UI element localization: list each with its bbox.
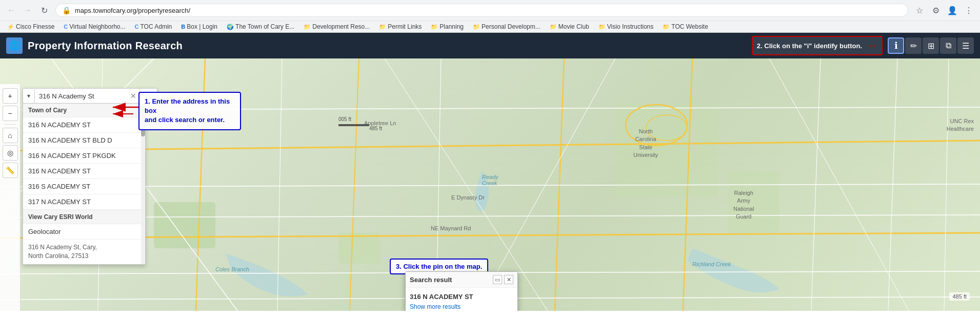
grid-button[interactable]: ⊞ xyxy=(923,37,939,54)
dropdown-section-esri-world: View Cary ESRI World xyxy=(23,210,145,224)
dropdown-item-2[interactable]: 316 N ACADEMY ST BLD D xyxy=(23,133,145,148)
popup-body: 316 N ACADEMY ST Show more results xyxy=(406,288,517,311)
svg-text:485 ft: 485 ft xyxy=(369,126,382,131)
popup-minimize-button[interactable]: ▭ xyxy=(493,275,502,284)
callout2-text: 2. Click on the "i" identify button. xyxy=(757,42,862,50)
app-header: 🌐 Property Information Research 2. Click… xyxy=(0,33,980,58)
bookmark-personal-dev[interactable]: 📁 Personal Developm... xyxy=(470,22,544,31)
annotation3-text: 3. Click the pin on the map. xyxy=(396,263,482,270)
measure-button[interactable]: 📏 xyxy=(3,163,18,178)
dropdown-item-3[interactable]: 316 N ACADEMY ST PKGDK xyxy=(23,148,145,164)
bookmark-box-login[interactable]: B Box | Login xyxy=(178,22,221,31)
bookmark-label: Virtual Neighborho... xyxy=(69,23,125,30)
edit-button[interactable]: ✏ xyxy=(905,37,922,54)
dropdown-item-6[interactable]: 317 N ACADEMY ST xyxy=(23,194,145,210)
dropdown-item-5[interactable]: 316 S ACADEMY ST xyxy=(23,179,145,194)
cisco-favicon: ⚡ xyxy=(7,24,14,30)
c-favicon: C xyxy=(64,24,68,30)
home-button[interactable]: ⌂ xyxy=(3,128,18,143)
bookmarks-bar: ⚡ Cisco Finesse C Virtual Neighborho... … xyxy=(0,21,980,32)
globe-favicon: 🌍 xyxy=(227,24,234,30)
hamburger-button[interactable]: ☰ xyxy=(957,37,974,54)
bookmark-planning[interactable]: 📁 Planning xyxy=(428,22,467,31)
menu-icon: ☰ xyxy=(962,41,969,51)
reload-button[interactable]: ↻ xyxy=(37,3,51,17)
bookmark-town-of-cary[interactable]: 🌍 The Town of Cary E... xyxy=(224,22,297,31)
popup-result-text: 316 N ACADEMY ST xyxy=(410,293,473,301)
zoom-out-button[interactable]: − xyxy=(3,106,18,121)
svg-rect-28 xyxy=(338,124,369,126)
nav-buttons: ← → ↻ xyxy=(4,3,51,17)
folder7-favicon: 📁 xyxy=(663,24,670,30)
folder6-favicon: 📁 xyxy=(598,24,606,30)
search-dropdown-toggle[interactable]: ▾ xyxy=(23,89,35,103)
search-clear-button[interactable]: ✕ xyxy=(127,89,139,103)
search-container: ▾ ✕ 🔍 Town of Cary 316 N ACADEMY ST 316 … xyxy=(23,88,157,104)
profile-button[interactable]: 👤 xyxy=(945,3,959,17)
c2-favicon: C xyxy=(135,24,139,30)
annotation1-text: 1. Enter the address in this boxand clic… xyxy=(145,97,230,124)
pencil-icon: ✏ xyxy=(910,41,917,51)
svg-rect-0 xyxy=(338,233,379,264)
menu-button[interactable]: ⋮ xyxy=(962,3,976,17)
browser-chrome: ← → ↻ 🔒 maps.townofcary.org/propertyrese… xyxy=(0,0,980,33)
box-favicon: B xyxy=(181,24,185,30)
bookmark-permit-links[interactable]: 📁 Permit Links xyxy=(376,22,425,31)
bookmark-label: TOC Admin xyxy=(140,23,172,30)
browser-toolbar: ← → ↻ 🔒 maps.townofcary.org/propertyrese… xyxy=(0,0,980,21)
bookmark-star-button[interactable]: ☆ xyxy=(912,3,927,17)
app-title: Property Information Research xyxy=(28,40,183,52)
header-icon-group: ℹ ✏ ⊞ ⧉ ☰ xyxy=(888,37,974,54)
identify-button[interactable]: ℹ xyxy=(888,37,904,54)
zoom-in-button[interactable]: + xyxy=(3,88,18,104)
address-bar[interactable]: 🔒 maps.townofcary.org/propertyresearch/ xyxy=(55,4,908,17)
bookmark-dev-reso[interactable]: 📁 Development Reso... xyxy=(301,22,373,31)
popup-controls: ▭ ✕ xyxy=(493,275,513,284)
bookmark-label: Permit Links xyxy=(388,23,422,30)
svg-line-11 xyxy=(0,184,980,187)
dropdown-arrow-icon: ▾ xyxy=(27,92,30,100)
bookmark-visio[interactable]: 📁 Visio Instructions xyxy=(595,22,657,31)
folder-favicon: 📁 xyxy=(304,24,311,30)
bookmark-toc-website[interactable]: 📁 TOC Website xyxy=(659,22,711,31)
map-area[interactable]: 005 ft 485 ft + − ⌂ ◎ 📏 ▾ ✕ xyxy=(0,58,980,311)
bookmark-label: Planning xyxy=(439,23,464,30)
forward-button[interactable]: → xyxy=(21,3,35,17)
annotation-box-1: 1. Enter the address in this boxand clic… xyxy=(138,92,241,130)
app-logo: 🌐 xyxy=(6,37,23,54)
popup-close-button[interactable]: ✕ xyxy=(504,275,513,284)
toolbar-icons: ☆ ⚙ 👤 ⋮ xyxy=(912,3,976,17)
back-button[interactable]: ← xyxy=(4,3,18,17)
search-dropdown: Town of Cary 316 N ACADEMY ST 316 N ACAD… xyxy=(23,104,146,265)
folder3-favicon: 📁 xyxy=(431,24,438,30)
bookmark-label: Personal Developm... xyxy=(482,23,541,30)
search-input[interactable] xyxy=(35,89,127,103)
dropdown-item-4[interactable]: 316 N ACADEMY ST xyxy=(23,164,145,179)
search-result-popup: Search result ▭ ✕ 316 N ACADEMY ST Show … xyxy=(405,271,518,311)
bookmark-label: Cisco Finesse xyxy=(16,23,54,30)
bookmark-virtual-neighborhood[interactable]: C Virtual Neighborho... xyxy=(61,22,128,31)
globe-icon: 🌐 xyxy=(9,40,20,51)
dropdown-item-1[interactable]: 316 N ACADEMY ST xyxy=(23,117,145,133)
bookmark-label: Development Reso... xyxy=(312,23,370,30)
bookmark-label: Movie Club xyxy=(558,23,589,30)
locate-button[interactable]: ◎ xyxy=(3,145,18,161)
svg-rect-2 xyxy=(728,171,779,233)
dropdown-geolocator[interactable]: Geolocator xyxy=(23,224,145,240)
bookmark-cisco-finesse[interactable]: ⚡ Cisco Finesse xyxy=(4,22,57,31)
layers-icon: ⧉ xyxy=(946,41,951,50)
popup-show-more-link[interactable]: Show more results xyxy=(410,303,513,310)
popup-title: Search result xyxy=(410,276,452,284)
app-container: 🌐 Property Information Research 2. Click… xyxy=(0,33,980,311)
bookmark-label: TOC Website xyxy=(671,23,708,30)
extensions-button[interactable]: ⚙ xyxy=(929,3,943,17)
bookmark-toc-admin[interactable]: C TOC Admin xyxy=(132,22,175,31)
layers-button[interactable]: ⧉ xyxy=(940,37,956,54)
svg-rect-1 xyxy=(615,105,718,197)
dropdown-address-result[interactable]: 316 N Academy St, Cary,North Carolina, 2… xyxy=(23,240,145,264)
grid-icon: ⊞ xyxy=(928,41,934,51)
bookmark-movie-club[interactable]: 📁 Movie Club xyxy=(547,22,592,31)
callout2-arrow: → xyxy=(866,39,877,52)
folder5-favicon: 📁 xyxy=(550,24,557,30)
svg-rect-3 xyxy=(154,202,215,248)
